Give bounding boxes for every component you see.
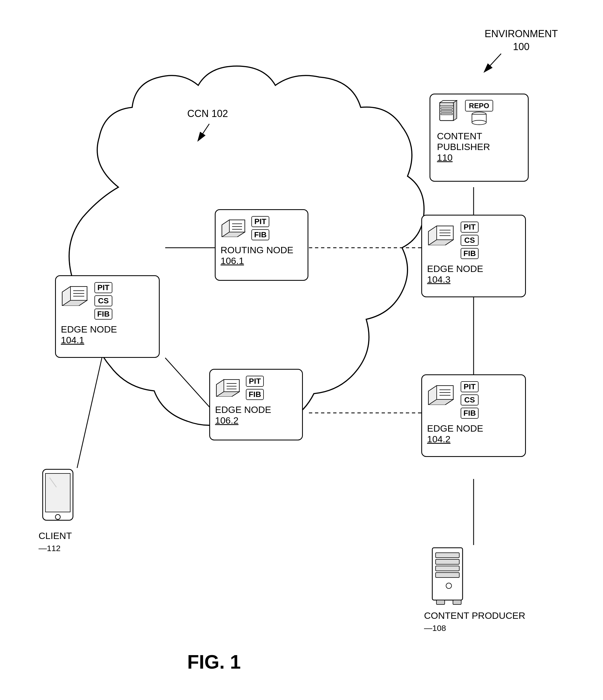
router-icon-106-2 (215, 375, 243, 397)
svg-line-11 (198, 124, 209, 141)
svg-line-8 (165, 358, 215, 413)
repo-cylinder-icon (471, 111, 487, 125)
edge-node-104-3-box: PIT CS FIB EDGE NODE 104.3 (421, 215, 526, 297)
svg-rect-42 (436, 566, 459, 571)
pit-badge-106-2: PIT (246, 376, 264, 387)
cs-badge-104-3: CS (461, 235, 479, 246)
edge-node-104-1-label: EDGE NODE 104.1 (61, 324, 117, 346)
fib-badge-106-2: FIB (246, 389, 264, 400)
router-icon-104-2 (427, 380, 457, 405)
svg-rect-41 (436, 559, 459, 564)
figure-label: FIG. 1 (187, 650, 241, 675)
routing-node-106-1-label: ROUTING NODE 106.1 (221, 245, 293, 266)
tower-server-icon (424, 545, 474, 608)
cs-badge-104-1: CS (94, 295, 112, 306)
svg-rect-45 (436, 600, 445, 604)
edge-node-104-3-label: EDGE NODE 104.3 (427, 264, 483, 285)
client-device: CLIENT —112 (39, 468, 77, 554)
svg-rect-15 (441, 110, 452, 112)
server-icon (437, 100, 462, 125)
router-icon-104-1 (61, 281, 91, 306)
fib-badge-104-1: FIB (94, 308, 112, 320)
fib-badge-104-2: FIB (461, 408, 479, 419)
svg-rect-43 (436, 573, 459, 577)
edge-node-106-2-label: EDGE NODE 106.2 (215, 404, 271, 426)
svg-rect-36 (45, 473, 70, 512)
content-publisher-box: REPO CONTENT PUBLISHER 110 (430, 94, 529, 182)
content-publisher-label: CONTENT PUBLISHER 110 (437, 131, 521, 163)
svg-line-2 (485, 54, 501, 72)
routing-node-106-1-box: PIT FIB ROUTING NODE 106.1 (215, 209, 308, 281)
content-producer-label: CONTENT PRODUCER —108 (424, 609, 525, 634)
edge-node-104-2-box: PIT CS FIB EDGE NODE 104.2 (421, 374, 526, 457)
router-icon-106-1 (221, 215, 248, 237)
edge-node-106-2-box: PIT FIB EDGE NODE 106.2 (209, 369, 303, 441)
pit-badge-104-2: PIT (461, 381, 479, 392)
repo-badge: REPO (465, 100, 493, 111)
svg-rect-16 (441, 113, 452, 115)
pit-badge-104-1: PIT (94, 282, 112, 293)
svg-line-9 (77, 358, 102, 468)
ccn-label: CCN 102 (187, 107, 228, 120)
svg-point-19 (472, 120, 486, 125)
cs-badge-104-2: CS (461, 395, 479, 405)
fib-badge-104-3: FIB (461, 248, 479, 259)
environment-label: ENVIRONMENT 100 (485, 27, 558, 53)
edge-node-104-2-label: EDGE NODE 104.2 (427, 423, 483, 445)
phone-icon (39, 468, 77, 528)
content-producer-device: CONTENT PRODUCER —108 (424, 545, 525, 634)
router-icon-104-3 (427, 221, 457, 245)
svg-rect-13 (440, 103, 454, 106)
svg-rect-40 (436, 553, 459, 558)
client-label: CLIENT —112 (39, 530, 77, 554)
pit-badge-104-3: PIT (461, 222, 479, 232)
svg-rect-14 (441, 108, 452, 109)
edge-node-104-1-box: PIT CS FIB EDGE NODE 104.1 (55, 275, 160, 358)
pit-badge-106-1: PIT (251, 216, 269, 227)
fib-badge-106-1: FIB (251, 229, 269, 240)
svg-rect-46 (453, 600, 461, 604)
